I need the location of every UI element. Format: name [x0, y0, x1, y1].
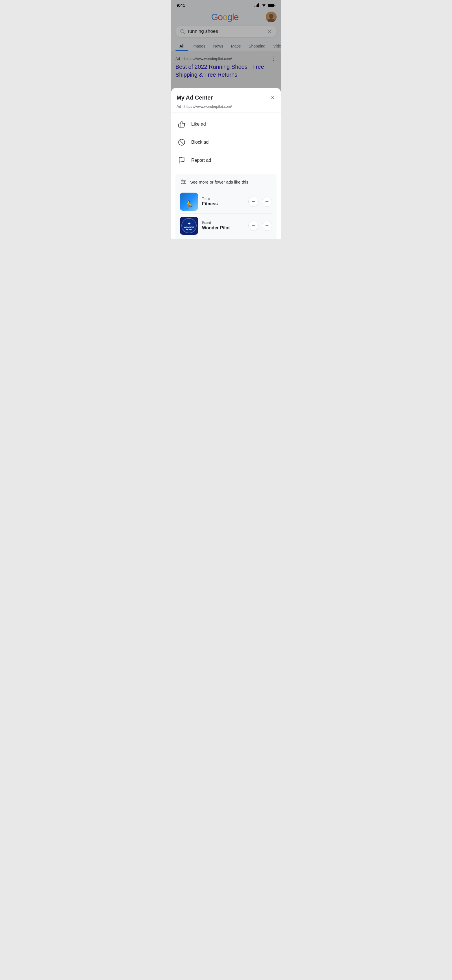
fitness-controls [248, 197, 272, 207]
block-ad-label: Block ad [191, 140, 208, 145]
fitness-name: Fitness [202, 201, 244, 207]
svg-point-16 [182, 180, 183, 181]
menu-items: Like ad Block ad Report ad [171, 113, 281, 172]
block-icon [178, 138, 186, 146]
svg-point-17 [184, 181, 185, 183]
brand-image: ✦ WONDERPILOT [180, 216, 198, 235]
thumbs-up-icon [178, 120, 186, 128]
sheet-ad-label: Ad [176, 104, 181, 108]
brand-circle: ✦ WONDERPILOT [181, 218, 197, 233]
fitness-info: Topic Fitness [202, 197, 244, 207]
brand-decrease-button[interactable] [248, 221, 259, 231]
sheet-close-button[interactable]: × [270, 93, 276, 102]
flag-icon [178, 156, 186, 164]
sheet-ad-info: Ad · https://www.wonderpilot.com/ [171, 104, 281, 113]
sliders-icon [180, 178, 187, 185]
brand-info: Brand Wonder Pilot [202, 221, 244, 231]
sheet-ad-url: https://www.wonderpilot.com/ [184, 104, 232, 108]
pref-card-header: See more or fewer ads like this [180, 178, 272, 185]
fitness-image [180, 192, 198, 211]
my-ad-center-sheet: My Ad Center × Ad · https://www.wonderpi… [171, 88, 281, 239]
svg-line-11 [180, 140, 184, 144]
report-ad-label: Report ad [191, 158, 211, 163]
svg-point-18 [182, 183, 183, 184]
pref-row-brand: ✦ WONDERPILOT Brand Wonder Pilot [180, 213, 272, 237]
sheet-header: My Ad Center × [171, 88, 281, 104]
pref-card-title: See more or fewer ads like this [190, 180, 248, 185]
like-ad-label: Like ad [191, 122, 206, 127]
brand-type: Brand [202, 221, 244, 225]
like-ad-item[interactable]: Like ad [171, 115, 281, 133]
preference-card: See more or fewer ads like this Topic Fi… [175, 174, 277, 239]
fitness-decrease-button[interactable] [248, 197, 259, 207]
brand-controls [248, 221, 272, 231]
pref-row-fitness: Topic Fitness [180, 190, 272, 213]
report-ad-item[interactable]: Report ad [171, 151, 281, 169]
brand-increase-button[interactable] [262, 221, 272, 231]
fitness-type: Topic [202, 197, 244, 201]
sheet-title: My Ad Center [176, 94, 213, 101]
fitness-increase-button[interactable] [262, 197, 272, 207]
brand-name: Wonder Pilot [202, 226, 244, 231]
block-ad-item[interactable]: Block ad [171, 133, 281, 151]
